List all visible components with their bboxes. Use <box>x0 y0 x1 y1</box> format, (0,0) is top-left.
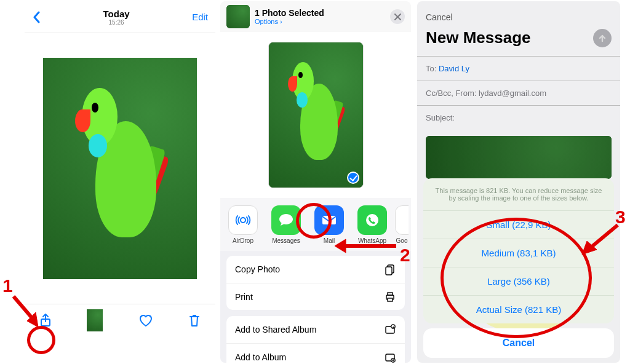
panel-share-sheet: 1 Photo Selected Options › AirDrop Messa… <box>220 1 411 363</box>
size-sheet-cancel[interactable]: Cancel <box>423 328 614 358</box>
share-preview-photo[interactable] <box>268 42 364 188</box>
annotation-step-1: 1 <box>2 275 13 296</box>
nav-title-text: Today <box>41 9 192 19</box>
attachment-preview <box>426 136 612 179</box>
back-icon[interactable] <box>32 11 41 23</box>
print-icon <box>384 291 396 303</box>
size-option-small[interactable]: Small (22,9 KB) <box>423 210 614 239</box>
size-option-medium[interactable]: Medium (83,1 KB) <box>423 239 614 267</box>
panel-photos: Today 15:26 Edit <box>25 1 215 363</box>
google-icon <box>395 205 409 235</box>
share-apps-row[interactable]: AirDrop Messages Mail WhatsApp Goo <box>220 198 411 251</box>
panel-new-message: Cancel New Message To: David Ly Cc/Bcc, … <box>417 1 620 363</box>
compose-cancel[interactable]: Cancel <box>417 1 620 26</box>
size-option-large[interactable]: Large (356 KB) <box>423 267 614 295</box>
app-whatsapp[interactable]: WhatsApp <box>352 205 393 244</box>
close-icon[interactable] <box>390 9 405 24</box>
app-mail[interactable]: Mail <box>309 205 349 244</box>
svg-rect-2 <box>322 216 336 224</box>
messages-icon <box>271 205 301 235</box>
action-shared-album[interactable]: Add to Shared Album <box>226 316 405 343</box>
app-label: Goo <box>395 237 409 244</box>
field-to[interactable]: To: David Ly <box>417 56 620 81</box>
svg-rect-7 <box>388 293 393 295</box>
trash-icon[interactable] <box>188 313 201 328</box>
svg-point-3 <box>366 214 378 226</box>
nav-subtitle: 15:26 <box>41 19 192 26</box>
svg-rect-5 <box>386 267 392 275</box>
nav-title: Today 15:26 <box>41 9 192 26</box>
field-ccbcc[interactable]: Cc/Bcc, From: lydavd@gmail.com <box>417 81 620 105</box>
field-to-value: David Ly <box>439 64 469 73</box>
app-messages[interactable]: Messages <box>266 205 306 244</box>
share-header-options[interactable]: Options › <box>255 18 324 25</box>
field-subject[interactable]: Subject: <box>417 105 620 130</box>
photo-viewer[interactable] <box>25 33 215 304</box>
nav-bar: Today 15:26 Edit <box>25 1 215 33</box>
size-sheet-hint: This message is 821 KB. You can reduce m… <box>423 178 614 210</box>
whatsapp-icon <box>357 205 387 235</box>
share-icon[interactable] <box>39 313 52 328</box>
edit-button[interactable]: Edit <box>192 12 208 22</box>
share-actions: Copy Photo Print Add to Shared Album Add… <box>220 251 411 363</box>
svg-point-1 <box>241 218 245 223</box>
shared-album-icon <box>384 323 396 336</box>
checkmark-icon <box>347 172 359 184</box>
action-copy-photo[interactable]: Copy Photo <box>226 256 405 283</box>
compose-title: New Message <box>426 28 531 47</box>
app-label: AirDrop <box>223 237 263 244</box>
field-to-label: To: <box>426 64 436 73</box>
action-label: Print <box>235 292 253 302</box>
share-header-thumb <box>226 5 250 28</box>
share-header-title: 1 Photo Selected <box>255 8 324 18</box>
action-label: Add to Album <box>235 352 286 362</box>
action-label: Copy Photo <box>235 264 280 274</box>
airdrop-icon <box>228 205 258 235</box>
toolbar <box>25 304 215 336</box>
app-airdrop[interactable]: AirDrop <box>223 205 263 244</box>
send-up-icon[interactable] <box>593 29 612 47</box>
add-album-icon <box>384 351 396 363</box>
share-preview <box>220 32 411 198</box>
action-label: Add to Shared Album <box>235 325 316 334</box>
size-action-sheet: This message is 821 KB. You can reduce m… <box>423 178 614 358</box>
action-print[interactable]: Print <box>226 283 405 310</box>
action-add-album[interactable]: Add to Album <box>226 343 405 363</box>
copy-icon <box>384 263 396 275</box>
app-label: Mail <box>309 237 349 244</box>
svg-rect-8 <box>388 298 393 301</box>
mail-icon <box>314 205 344 235</box>
heart-icon[interactable] <box>138 314 153 327</box>
share-header: 1 Photo Selected Options › <box>220 1 411 32</box>
app-google-partial[interactable]: Goo <box>395 205 409 244</box>
photo-main <box>43 58 197 279</box>
thumbnail[interactable] <box>87 309 103 331</box>
app-label: Messages <box>266 237 306 244</box>
size-option-actual[interactable]: Actual Size (821 KB) <box>423 295 614 323</box>
app-label: WhatsApp <box>352 237 393 244</box>
